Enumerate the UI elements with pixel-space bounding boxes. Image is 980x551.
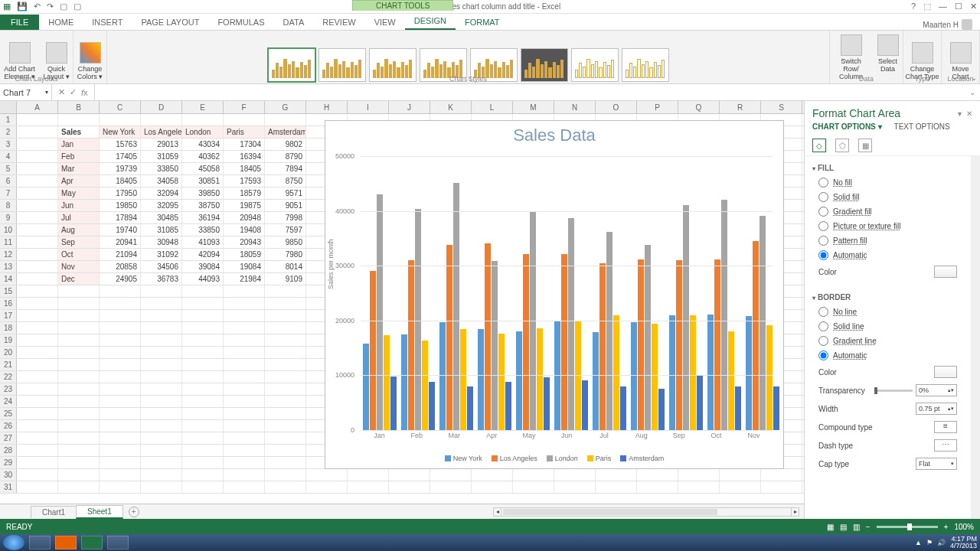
bar[interactable] [773, 386, 779, 430]
help-icon[interactable]: ? [911, 2, 916, 11]
cell[interactable] [100, 347, 141, 358]
cell[interactable]: Amsterdam [265, 126, 306, 138]
cell[interactable] [637, 469, 678, 481]
cell[interactable]: 30948 [141, 236, 182, 248]
cell[interactable] [224, 383, 265, 395]
bar[interactable] [408, 260, 414, 430]
cell[interactable] [17, 126, 58, 138]
cell[interactable] [265, 322, 306, 334]
cell[interactable] [100, 408, 141, 419]
ribbon-expand-icon[interactable]: ⌄ [971, 73, 977, 82]
tab-home[interactable]: HOME [39, 15, 83, 30]
cell[interactable]: 33850 [182, 224, 224, 236]
bar[interactable] [620, 386, 626, 430]
cell[interactable] [389, 481, 430, 493]
cell[interactable] [17, 359, 58, 370]
bar[interactable] [697, 376, 703, 430]
bar[interactable] [721, 200, 727, 430]
cell[interactable] [141, 322, 182, 334]
cell[interactable]: 32095 [141, 200, 182, 211]
minimize-icon[interactable]: — [939, 2, 947, 11]
row-header[interactable]: 11 [0, 236, 17, 248]
pane-close-icon[interactable]: ✕ [966, 109, 972, 118]
border-color-picker[interactable] [934, 366, 957, 378]
row-header[interactable]: 5 [0, 163, 17, 174]
cell[interactable]: 9051 [265, 200, 306, 211]
cell[interactable] [224, 371, 265, 383]
cell[interactable] [17, 371, 58, 383]
cell[interactable] [348, 481, 389, 493]
bar[interactable] [446, 245, 452, 430]
bar[interactable] [593, 332, 599, 430]
cell[interactable]: Jul [58, 212, 100, 223]
cell[interactable]: 19740 [100, 224, 141, 236]
cell[interactable] [17, 322, 58, 334]
border-option[interactable]: Gradient line [812, 334, 963, 348]
cell[interactable] [472, 481, 513, 493]
cell[interactable]: 9109 [265, 273, 306, 285]
cell[interactable]: 17405 [100, 151, 141, 162]
cell[interactable] [141, 408, 182, 419]
bar[interactable] [613, 315, 619, 430]
tab-view[interactable]: VIEW [365, 15, 405, 30]
row-header[interactable]: 15 [0, 285, 17, 297]
tab-formulas[interactable]: FORMULAS [208, 15, 273, 30]
cell[interactable] [100, 457, 141, 468]
cell[interactable] [17, 236, 58, 248]
bar[interactable] [523, 254, 529, 430]
cell[interactable] [224, 334, 265, 346]
cell[interactable]: 38750 [182, 200, 224, 211]
cell[interactable] [141, 371, 182, 383]
cell[interactable] [58, 469, 100, 481]
cell[interactable]: 19408 [224, 224, 265, 236]
cell[interactable] [141, 432, 182, 444]
cell[interactable] [678, 481, 720, 493]
row-header[interactable]: 9 [0, 212, 17, 223]
cancel-icon[interactable]: ✕ [58, 87, 65, 97]
cell[interactable]: 18405 [100, 175, 141, 187]
cell[interactable] [100, 481, 141, 493]
cell[interactable]: New York [100, 126, 141, 138]
cell[interactable] [17, 383, 58, 395]
column-header[interactable]: B [58, 101, 100, 113]
border-option[interactable]: No line [812, 305, 963, 319]
cell[interactable]: 34058 [141, 175, 182, 187]
column-header[interactable]: A [17, 101, 58, 113]
ribbon-collapse-icon[interactable]: ⬚ [923, 2, 931, 11]
cell[interactable]: 8014 [265, 261, 306, 272]
row-header[interactable]: 3 [0, 139, 17, 150]
row-header[interactable]: 1 [0, 114, 17, 126]
cell[interactable] [17, 334, 58, 346]
fx-icon[interactable]: fx [81, 88, 88, 97]
tab-review[interactable]: REVIEW [313, 15, 364, 30]
user-badge[interactable]: Maarten H [923, 19, 972, 30]
zoom-slider[interactable] [877, 526, 938, 528]
cell[interactable] [265, 445, 306, 456]
cell[interactable] [100, 298, 141, 309]
cell[interactable]: Jun [58, 200, 100, 211]
legend-item[interactable]: London [547, 455, 578, 462]
cell[interactable] [17, 432, 58, 444]
cell[interactable] [17, 212, 58, 223]
cell[interactable] [224, 481, 265, 493]
bar[interactable] [766, 325, 773, 430]
cell[interactable] [141, 396, 182, 407]
cell[interactable]: 36194 [182, 212, 224, 223]
row-header[interactable]: 26 [0, 420, 17, 432]
cell[interactable] [58, 383, 100, 395]
cell[interactable] [100, 371, 141, 383]
cell[interactable] [348, 469, 389, 481]
cell[interactable]: 17950 [100, 187, 141, 199]
cell[interactable]: 29013 [141, 139, 182, 150]
cell[interactable] [100, 383, 141, 395]
row-header[interactable]: 21 [0, 359, 17, 370]
cell[interactable] [17, 261, 58, 272]
cell[interactable] [182, 469, 224, 481]
cell[interactable]: 31059 [141, 151, 182, 162]
cell[interactable] [100, 359, 141, 370]
bar[interactable] [599, 263, 606, 430]
cell[interactable] [100, 396, 141, 407]
sheet-tab-sheet1[interactable]: Sheet1 [76, 505, 123, 519]
cell[interactable] [100, 114, 141, 126]
cell[interactable] [182, 285, 224, 297]
